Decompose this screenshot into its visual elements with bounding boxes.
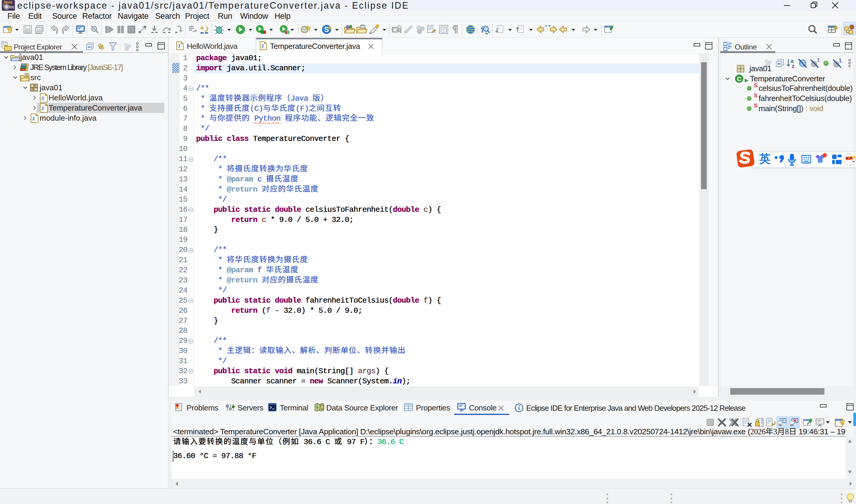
svg-text:*: *: [548, 25, 551, 30]
svg-text:C: C: [737, 75, 741, 82]
svg-text:J: J: [41, 106, 44, 111]
svg-text:C: C: [398, 25, 400, 29]
svg-text:J: J: [178, 43, 180, 49]
svg-text:*: *: [545, 25, 547, 30]
svg-text:S: S: [817, 58, 819, 63]
svg-text:L: L: [839, 58, 842, 64]
svg-text:z: z: [792, 63, 795, 69]
svg-text:J: J: [32, 116, 35, 122]
svg-text:J: J: [41, 96, 44, 101]
svg-text:S: S: [324, 25, 329, 33]
svg-text:J: J: [261, 43, 264, 49]
